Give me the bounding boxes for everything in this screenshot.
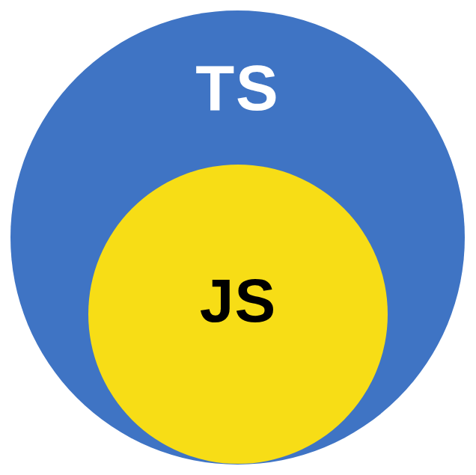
inner-set-circle: JS xyxy=(88,165,388,464)
outer-set-label: TS xyxy=(195,52,280,125)
inner-set-label: JS xyxy=(200,266,276,336)
